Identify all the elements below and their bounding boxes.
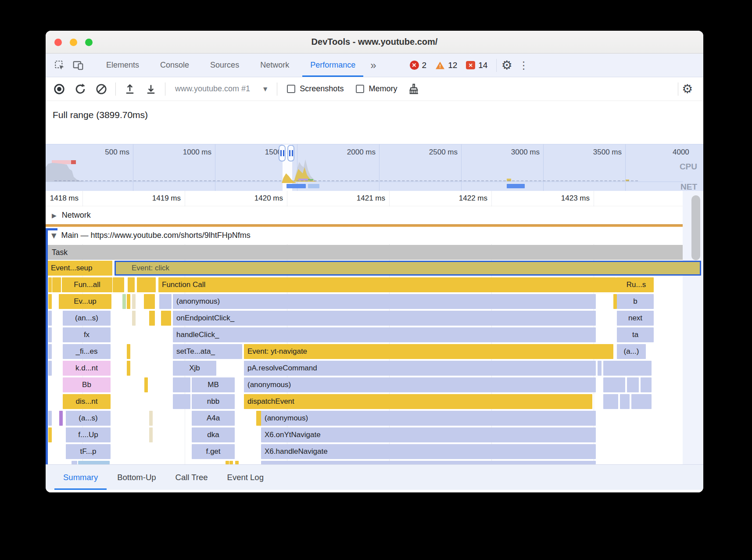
flame-bar[interactable]: Event: yt-navigate bbox=[244, 344, 613, 359]
flame-bar[interactable] bbox=[149, 311, 155, 326]
flame-bar-task[interactable]: Task bbox=[48, 245, 683, 260]
tab-elements[interactable]: Elements bbox=[96, 54, 150, 77]
flame-bar[interactable] bbox=[72, 461, 77, 464]
flame-bar[interactable] bbox=[149, 427, 153, 442]
flame-bar[interactable] bbox=[52, 277, 61, 292]
flame-bar[interactable] bbox=[48, 411, 52, 426]
flame-bar[interactable]: Fun...all bbox=[62, 277, 112, 292]
flame-bar[interactable] bbox=[78, 461, 110, 464]
flame-bar[interactable] bbox=[59, 411, 63, 426]
flame-bar[interactable]: f....Up bbox=[66, 427, 111, 442]
reload-icon[interactable] bbox=[74, 83, 87, 96]
flame-bar[interactable] bbox=[48, 427, 52, 442]
more-tabs-icon[interactable]: » bbox=[370, 59, 374, 72]
flame-bar[interactable] bbox=[235, 461, 239, 464]
selection-right-handle[interactable] bbox=[287, 145, 294, 162]
tab-summary[interactable]: Summary bbox=[54, 465, 107, 490]
expand-arrow-icon[interactable]: ▼ bbox=[51, 232, 57, 240]
flame-bar[interactable]: ta bbox=[617, 327, 654, 342]
record-icon[interactable] bbox=[53, 83, 66, 96]
network-track-header[interactable]: ▶ Network bbox=[46, 206, 703, 224]
flame-bar[interactable] bbox=[613, 294, 617, 309]
maximize-window-icon[interactable] bbox=[85, 39, 93, 46]
flame-bar[interactable] bbox=[144, 294, 155, 309]
device-toolbar-icon[interactable] bbox=[72, 59, 84, 72]
flame-bar[interactable]: (anonymous) bbox=[244, 377, 596, 392]
flame-bar[interactable]: dka bbox=[192, 427, 235, 442]
flame-bar[interactable] bbox=[48, 361, 52, 376]
flame-bar[interactable]: nbb bbox=[192, 394, 235, 409]
flame-bar[interactable] bbox=[139, 277, 156, 292]
flame-bar[interactable] bbox=[144, 377, 148, 392]
main-track-header[interactable]: ▼ Main — https://www.youtube.com/shorts/… bbox=[46, 227, 703, 244]
flame-bar[interactable]: fx bbox=[63, 327, 111, 342]
flame-bar[interactable]: dispatchEvent bbox=[244, 394, 592, 409]
perf-settings-gear-icon[interactable]: ⚙ bbox=[682, 83, 693, 95]
tab-event-log[interactable]: Event Log bbox=[218, 465, 273, 490]
network-request-bar[interactable] bbox=[507, 184, 525, 188]
flame-bar[interactable]: A4a bbox=[192, 411, 235, 426]
flame-bar[interactable] bbox=[603, 394, 618, 409]
flame-bar[interactable] bbox=[173, 394, 190, 409]
network-request-bar[interactable] bbox=[286, 184, 306, 188]
inspect-icon[interactable] bbox=[54, 59, 66, 72]
flame-bar[interactable] bbox=[261, 461, 596, 464]
flame-bar[interactable] bbox=[128, 277, 135, 292]
vertical-scrollbar-thumb[interactable] bbox=[691, 195, 700, 260]
collapse-arrow-icon[interactable]: ▶ bbox=[52, 212, 57, 219]
timeline-overview[interactable]: 500 ms1000 ms1500 ms2000 ms2500 ms3000 m… bbox=[46, 144, 703, 191]
issues-badge[interactable]: ✕ 14 bbox=[466, 61, 487, 70]
screenshots-checkbox[interactable] bbox=[287, 85, 295, 93]
flame-bar[interactable] bbox=[127, 344, 130, 359]
garbage-collect-icon[interactable] bbox=[407, 83, 420, 96]
flame-bar[interactable] bbox=[226, 461, 229, 464]
flame-bar[interactable]: pA.resolveCommand bbox=[244, 361, 596, 376]
flame-bar[interactable]: (anonymous) bbox=[261, 411, 596, 426]
kebab-menu-icon[interactable]: ⋮ bbox=[519, 59, 529, 72]
flame-bar[interactable] bbox=[631, 394, 652, 409]
tab-console[interactable]: Console bbox=[150, 54, 200, 77]
flame-bar[interactable] bbox=[127, 361, 130, 376]
flame-bar[interactable]: dis...nt bbox=[63, 394, 111, 409]
flame-bar[interactable]: onEndpointClick_ bbox=[173, 311, 596, 326]
flame-bar[interactable]: tF...p bbox=[66, 444, 111, 459]
flame-bar[interactable] bbox=[229, 461, 233, 464]
flame-bar[interactable]: (a...) bbox=[617, 344, 646, 359]
flame-bar[interactable]: Event: click bbox=[115, 261, 701, 276]
flame-bar[interactable]: (an...s) bbox=[63, 311, 111, 326]
flame-bar[interactable] bbox=[132, 294, 136, 309]
selection-left-handle[interactable] bbox=[279, 145, 286, 162]
flame-bar[interactable]: X6.onYtNavigate bbox=[261, 427, 596, 442]
flame-bar[interactable]: Xjb bbox=[173, 361, 216, 376]
flame-bar[interactable] bbox=[113, 277, 124, 292]
flame-bar[interactable]: Ev...up bbox=[59, 294, 111, 309]
flame-bar[interactable] bbox=[48, 294, 52, 309]
flame-bar[interactable] bbox=[127, 294, 130, 309]
flame-bar[interactable] bbox=[48, 327, 52, 342]
screenshots-toggle[interactable]: Screenshots bbox=[287, 84, 344, 93]
settings-gear-icon[interactable]: ⚙ bbox=[501, 59, 512, 72]
flame-bar[interactable] bbox=[149, 411, 153, 426]
flame-bar[interactable]: (a...s) bbox=[66, 411, 111, 426]
clear-icon[interactable] bbox=[95, 83, 108, 96]
tab-sources[interactable]: Sources bbox=[200, 54, 250, 77]
flame-bar[interactable] bbox=[161, 311, 171, 326]
flame-bar[interactable] bbox=[620, 394, 630, 409]
flame-bar[interactable] bbox=[122, 294, 126, 309]
flame-bar[interactable] bbox=[603, 361, 652, 376]
flame-bar[interactable]: b bbox=[617, 294, 654, 309]
flame-bar[interactable]: setTe...ata_ bbox=[173, 344, 242, 359]
flame-bar[interactable] bbox=[159, 294, 172, 309]
flame-bar[interactable]: _fi...es bbox=[63, 344, 111, 359]
flame-bar[interactable] bbox=[641, 377, 652, 392]
warning-badge[interactable]: ! 12 bbox=[435, 61, 457, 70]
upload-profile-icon[interactable] bbox=[123, 83, 136, 96]
flame-bar[interactable] bbox=[173, 377, 190, 392]
flame-bar[interactable]: (anonymous) bbox=[173, 294, 596, 309]
flame-bar[interactable]: next bbox=[617, 311, 654, 326]
flame-bar[interactable]: MB bbox=[192, 377, 235, 392]
download-profile-icon[interactable] bbox=[144, 83, 158, 96]
memory-checkbox[interactable] bbox=[356, 85, 364, 93]
flame-bar[interactable] bbox=[48, 344, 52, 359]
tab-network[interactable]: Network bbox=[250, 54, 300, 77]
